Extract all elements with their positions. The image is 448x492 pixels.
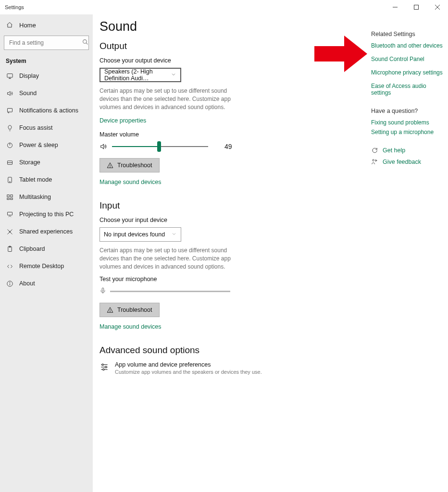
svg-point-33 <box>110 167 111 167</box>
related-link-ease-of-access[interactable]: Ease of Access audio settings <box>371 83 445 96</box>
svg-point-44 <box>373 160 374 161</box>
sidebar-item-label: Display <box>19 73 39 79</box>
search-icon <box>82 39 88 47</box>
give-feedback-link[interactable]: Give feedback <box>383 159 421 165</box>
sidebar-item-storage[interactable]: Storage <box>0 154 93 171</box>
maximize-button[interactable] <box>406 0 427 14</box>
sliders-icon <box>100 362 109 372</box>
sidebar-item-clipboard[interactable]: Clipboard <box>0 240 93 258</box>
sidebar-item-about[interactable]: About <box>0 275 93 292</box>
sidebar-item-multitasking[interactable]: Multitasking <box>0 188 93 206</box>
test-mic-label: Test your microphone <box>100 276 364 283</box>
sidebar-item-remote[interactable]: Remote Desktop <box>0 258 93 275</box>
output-device-select[interactable]: Speakers (2- High Definition Audi… <box>100 68 181 82</box>
sidebar-item-power[interactable]: Power & sleep <box>0 136 93 154</box>
sidebar-item-label: Power & sleep <box>19 142 58 148</box>
master-volume-slider[interactable] <box>112 142 208 151</box>
sidebar-category: System <box>0 53 93 67</box>
close-button[interactable] <box>427 0 448 14</box>
input-heading: Input <box>100 200 364 211</box>
search-field[interactable] <box>8 39 82 47</box>
power-icon <box>6 141 13 149</box>
question-heading: Have a question? <box>371 108 445 114</box>
sidebar-item-display[interactable]: Display <box>0 67 93 85</box>
focus-icon <box>6 124 13 132</box>
input-troubleshoot-button[interactable]: Troubleshoot <box>100 303 160 317</box>
svg-rect-1 <box>414 5 419 10</box>
question-link-fixing-sound[interactable]: Fixing sound problems <box>371 119 445 126</box>
sidebar-item-label: Tablet mode <box>19 176 52 183</box>
shared-icon <box>6 228 13 235</box>
sidebar-item-label: Multitasking <box>19 194 51 200</box>
related-link-bluetooth[interactable]: Bluetooth and other devices <box>371 42 445 49</box>
input-device-select[interactable]: No input devices found <box>100 227 181 242</box>
svg-rect-6 <box>7 74 12 77</box>
advanced-item-title: App volume and device preferences <box>115 361 262 368</box>
svg-rect-34 <box>102 288 104 291</box>
svg-point-37 <box>110 311 111 312</box>
tablet-icon <box>6 176 13 184</box>
advanced-app-volume-row[interactable]: App volume and device preferences Custom… <box>100 361 364 375</box>
sidebar-item-label: Storage <box>19 159 40 166</box>
svg-point-30 <box>10 282 10 283</box>
output-note: Certain apps may be set up to use differ… <box>100 87 232 111</box>
svg-point-42 <box>105 366 107 368</box>
svg-rect-10 <box>7 108 12 112</box>
input-troubleshoot-label: Troubleshoot <box>117 307 152 313</box>
warning-icon <box>107 162 113 169</box>
svg-rect-22 <box>7 212 12 215</box>
get-help-link[interactable]: Get help <box>383 147 405 154</box>
output-device-value: Speakers (2- High Definition Audi… <box>104 68 171 82</box>
storage-icon <box>6 159 13 166</box>
sidebar-item-notifications[interactable]: Notifications & actions <box>0 102 93 119</box>
input-choose-label: Choose your input device <box>100 217 364 223</box>
window-title: Settings <box>5 4 24 10</box>
give-feedback-row[interactable]: Give feedback <box>371 159 445 165</box>
sidebar-item-label: Notifications & actions <box>19 107 78 114</box>
title-bar: Settings <box>0 0 448 14</box>
svg-rect-18 <box>7 195 9 197</box>
microphone-icon <box>100 286 106 297</box>
sidebar-item-sound[interactable]: Sound <box>0 85 93 102</box>
output-choose-label: Choose your output device <box>100 57 364 64</box>
input-manage-link[interactable]: Manage sound devices <box>100 323 162 330</box>
page-title: Sound <box>100 19 364 34</box>
output-troubleshoot-label: Troubleshoot <box>117 162 152 169</box>
related-link-sound-control-panel[interactable]: Sound Control Panel <box>371 56 445 62</box>
sidebar: Home System DisplaySoundNotifications & … <box>0 14 93 492</box>
speaker-icon <box>100 143 107 150</box>
svg-point-4 <box>83 40 87 44</box>
question-link-setup-mic[interactable]: Setting up a microphone <box>371 129 445 135</box>
mic-level-bar <box>110 291 230 292</box>
svg-marker-9 <box>7 91 10 96</box>
advanced-heading: Advanced sound options <box>100 345 364 356</box>
svg-marker-31 <box>101 145 104 149</box>
input-device-value: No input devices found <box>104 231 165 238</box>
sidebar-item-label: Projecting to this PC <box>19 211 74 218</box>
sidebar-item-label: Shared experiences <box>19 228 73 235</box>
home-label: Home <box>19 22 36 29</box>
display-icon <box>6 72 13 80</box>
chevron-down-icon <box>171 231 177 238</box>
sidebar-item-tablet[interactable]: Tablet mode <box>0 171 93 188</box>
related-link-microphone-privacy[interactable]: Microphone privacy settings <box>371 69 445 76</box>
output-device-properties-link[interactable]: Device properties <box>100 117 146 124</box>
home-icon <box>6 21 13 29</box>
sidebar-item-projecting[interactable]: Projecting to this PC <box>0 206 93 223</box>
right-column: Related Settings Bluetooth and other dev… <box>371 16 448 492</box>
output-manage-link[interactable]: Manage sound devices <box>100 179 162 185</box>
home-nav[interactable]: Home <box>0 16 93 34</box>
output-heading: Output <box>100 41 364 51</box>
multitasking-icon <box>6 193 13 201</box>
about-icon <box>6 280 13 287</box>
sidebar-item-shared[interactable]: Shared experiences <box>0 223 93 240</box>
search-input[interactable] <box>4 36 89 50</box>
minimize-button[interactable] <box>385 0 406 14</box>
output-troubleshoot-button[interactable]: Troubleshoot <box>100 158 160 172</box>
chevron-down-icon <box>171 72 176 79</box>
svg-rect-21 <box>10 198 12 199</box>
svg-point-41 <box>102 364 103 365</box>
sidebar-item-focus[interactable]: Focus assist <box>0 119 93 136</box>
sound-icon <box>6 89 13 97</box>
get-help-row[interactable]: Get help <box>371 147 445 154</box>
